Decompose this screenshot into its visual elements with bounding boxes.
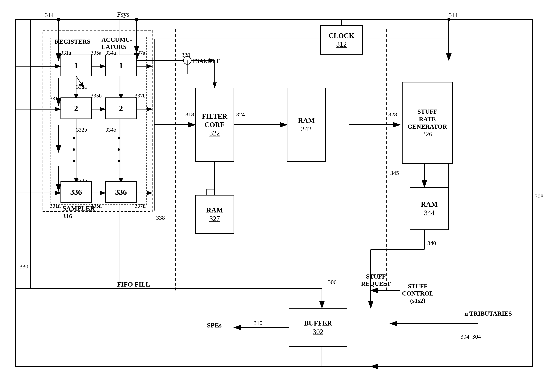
accumulator-2: 2: [105, 97, 136, 119]
ref-335n: 335n: [91, 203, 102, 209]
ref-337a: 337a: [135, 50, 145, 56]
acc-dots: •••: [117, 133, 121, 166]
ram-344-block: RAM 344: [410, 187, 449, 230]
reg-dots: •••: [72, 133, 76, 166]
spes-label: SPEs: [207, 322, 222, 329]
clock-block: CLOCK 312: [320, 25, 363, 54]
accumulator-1: 1: [105, 54, 136, 76]
ref-340: 340: [427, 240, 436, 246]
ref-337n: 337n: [135, 203, 146, 209]
ref-338: 338: [156, 214, 165, 221]
ref-324: 324: [236, 111, 245, 118]
sampler-number: 316: [62, 212, 72, 220]
fsys-label: Fsys: [117, 11, 129, 18]
ref-330: 330: [19, 263, 28, 270]
ram-327-block: RAM 327: [195, 195, 234, 234]
ref-331n: 331n: [50, 203, 61, 209]
ref-320: 320: [181, 52, 190, 58]
fsample-label: FSAMPLE: [192, 58, 220, 65]
register-2: 2: [61, 97, 92, 119]
ref-331a: 331a: [61, 50, 71, 56]
ref-314-right: 314: [449, 12, 458, 18]
fifo-fill-label: FIFO FILL: [117, 281, 150, 288]
ref-310: 310: [254, 320, 262, 326]
ref-332b: 332b: [76, 127, 87, 133]
ref-328: 328: [388, 111, 397, 118]
ref-337b: 337b: [135, 93, 146, 99]
svg-point-9: [135, 18, 138, 21]
ref-332a: 332a: [76, 84, 87, 90]
ref-334b: 334b: [105, 127, 116, 133]
ref-345: 345: [390, 169, 399, 176]
ref-335a: 335a: [91, 50, 101, 56]
register-n: 336: [61, 181, 92, 203]
ref-332n: 332n: [76, 177, 87, 184]
ref-335b: 335b: [91, 93, 102, 99]
stuff-request-label: STUFF REQUEST: [361, 273, 391, 287]
accumulator-n: 336: [105, 181, 136, 203]
registers-label: REGISTERS: [55, 38, 90, 45]
n-tributaries-label: n TRIBUTARIES: [464, 310, 512, 317]
ref-304: 304: [460, 333, 469, 340]
accumulators-label: ACCUMU- LATORS: [101, 36, 132, 50]
buffer-block: BUFFER 302: [289, 308, 347, 347]
ref-318: 318: [185, 111, 194, 118]
ref-304b: 304: [472, 333, 481, 340]
svg-point-11: [447, 18, 450, 21]
stuff-control-label: STUFF CONTROL (s1s2): [402, 283, 434, 304]
stuff-rate-generator-block: STUFF RATE GENERATOR 326: [402, 82, 453, 164]
diagram: CLOCK 312 FILTER CORE 322 RAM 342 RAM 32…: [0, 0, 545, 392]
svg-rect-4: [16, 19, 533, 367]
register-1: 1: [61, 54, 92, 76]
filter-core-block: FILTER CORE 322: [195, 88, 234, 162]
ref-331b: 331b: [50, 96, 61, 102]
ref-334a: 334a: [105, 50, 116, 56]
ref-306: 306: [328, 279, 337, 285]
ref-314-left: 314: [45, 12, 54, 18]
sampler-label: SAMPLER: [62, 205, 95, 212]
ref-308: 308: [535, 193, 544, 200]
svg-point-10: [57, 18, 60, 21]
ram-342-block: RAM 342: [287, 88, 326, 162]
